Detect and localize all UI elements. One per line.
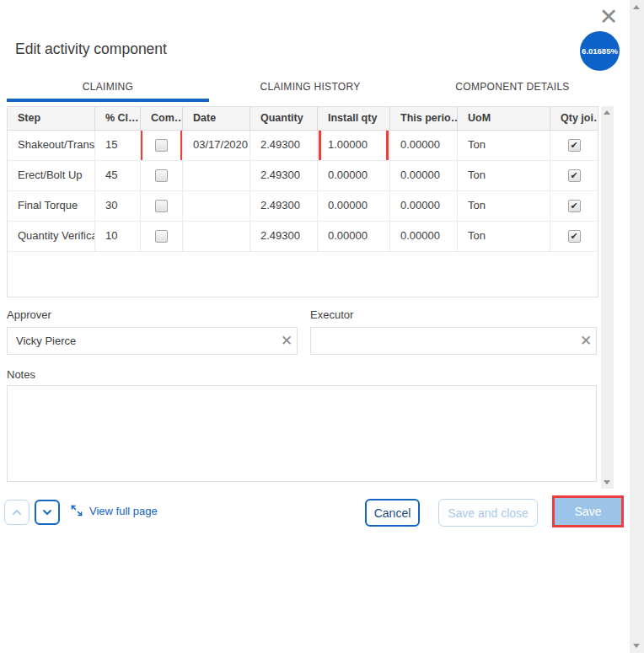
view-full-page-label: View full page [89,505,158,517]
page-scroll-up-arrow-icon[interactable] [633,5,640,9]
cell-quantity: 2.49300 [250,222,318,251]
page-scrollbar[interactable] [630,0,644,653]
tab-component-details-label: COMPONENT DETAILS [455,81,569,93]
tab-claiming[interactable]: CLAIMING [7,74,209,102]
column-header-1: % Cl… [95,107,141,130]
cell-completed-checkbox [141,191,183,221]
column-header-3: Date [183,107,250,130]
completed-checkbox[interactable] [155,139,168,152]
cell-step: Erect/Bolt Up [8,161,95,190]
cell-completed-checkbox [141,222,183,251]
cell-install-qty[interactable]: 0.00000 [318,191,390,221]
table-header-row: Step% Cl…Com…DateQuantityInstall qtyThis… [8,107,598,131]
claiming-table-body: Shakeout/Trans1503/17/20202.493001.00000… [8,131,598,252]
notes-textarea[interactable] [8,386,596,481]
tab-component-details[interactable]: COMPONENT DETAILS [411,74,614,102]
highlight-box-install-qty [319,131,389,160]
approver-label: Approver [7,308,51,321]
cell-this-period[interactable]: 0.00000 [390,191,458,221]
close-icon[interactable]: ✕ [595,3,622,30]
completed-checkbox[interactable] [155,200,168,212]
clear-approver-icon[interactable]: ✕ [276,332,297,350]
table-row: Shakeout/Trans1503/17/20202.493001.00000… [8,131,598,161]
executor-input[interactable] [311,334,576,348]
save-button-highlight-box: Save [552,495,624,527]
cell-qty-joint-checkbox: ✔ [550,222,598,251]
table-row: Quantity Verifica102.493000.000000.00000… [8,222,598,252]
table-row: Final Torque302.493000.000000.00000Ton✔ [8,191,598,222]
chevron-up-icon [11,506,23,518]
previous-item-button[interactable] [4,500,30,525]
scroll-down-arrow-icon[interactable] [604,480,610,484]
chevron-down-icon [41,506,53,518]
executor-field: ✕ [310,327,597,355]
cell-install-qty[interactable]: 0.00000 [318,222,390,251]
notes-field [7,385,597,482]
cell-this-period[interactable]: 0.00000 [390,161,458,190]
cell-this-period[interactable]: 0.00000 [390,131,458,160]
cell-date[interactable]: 03/17/2020 [183,131,250,160]
claiming-table: Step% Cl…Com…DateQuantityInstall qtyThis… [7,106,598,297]
completed-checkbox[interactable] [155,230,168,243]
dialog-scrollbar[interactable] [601,106,614,489]
approver-input[interactable] [8,334,276,348]
tab-claiming-history-label: CLAIMING HISTORY [260,81,360,93]
cancel-button[interactable]: Cancel [365,499,420,527]
cell-qty-joint-checkbox: ✔ [550,191,598,221]
cell-quantity: 2.49300 [250,161,318,190]
cell-completed-checkbox [141,131,183,160]
expand-icon [70,504,83,517]
clear-executor-icon[interactable]: ✕ [576,332,596,350]
cell-install-qty[interactable]: 0.00000 [318,161,390,190]
approver-field: ✕ [7,327,298,355]
column-header-6: This perio… [390,107,458,130]
page-scroll-down-arrow-icon[interactable] [633,644,640,648]
cell-quantity: 2.49300 [250,131,318,160]
scroll-up-arrow-icon[interactable] [604,110,610,115]
table-row: Erect/Bolt Up452.493000.000000.00000Ton✔ [8,161,598,191]
cell-install-qty[interactable]: 1.00000 [318,131,390,160]
cell-quantity: 2.49300 [250,191,318,221]
save-button[interactable]: Save [555,498,621,525]
next-item-button[interactable] [35,500,60,525]
column-header-8: Qty joi… [550,107,598,130]
cell-step: Quantity Verifica [8,222,95,251]
cell-uom: Ton [458,191,550,221]
qty-joint-checkbox[interactable]: ✔ [568,169,581,182]
notes-label: Notes [7,368,35,381]
cell-percent-claiming: 15 [95,131,141,160]
cell-uom: Ton [458,131,550,160]
column-header-2: Com… [141,107,183,130]
column-header-4: Quantity [250,107,318,130]
tab-bar: CLAIMING CLAIMING HISTORY COMPONENT DETA… [7,74,614,102]
dialog-title: Edit activity component [15,40,167,58]
tab-claiming-history[interactable]: CLAIMING HISTORY [209,74,411,102]
cell-step: Final Torque [8,191,95,221]
qty-joint-checkbox[interactable]: ✔ [568,139,581,152]
cell-this-period[interactable]: 0.00000 [390,222,458,251]
cell-percent-claiming: 45 [95,161,141,190]
column-header-7: UoM [458,107,550,130]
progress-badge-value: 6.01685% [582,46,618,56]
active-tab-indicator [7,99,209,102]
view-full-page-link[interactable]: View full page [70,504,158,517]
completed-checkbox[interactable] [155,169,168,182]
cell-uom: Ton [458,222,550,251]
tab-claiming-label: CLAIMING [83,81,133,93]
cell-date[interactable] [183,191,250,221]
cell-date[interactable] [183,222,250,251]
cell-completed-checkbox [141,161,183,190]
column-header-5: Install qty [318,107,390,130]
save-and-close-button[interactable]: Save and close [438,499,538,527]
executor-label: Executor [310,308,353,321]
cell-date[interactable] [183,161,250,190]
cell-uom: Ton [458,161,550,190]
cell-percent-claiming: 30 [95,191,141,221]
qty-joint-checkbox[interactable]: ✔ [568,200,581,212]
column-header-0: Step [8,107,95,130]
cell-qty-joint-checkbox: ✔ [550,131,598,160]
cell-percent-claiming: 10 [95,222,141,251]
progress-badge: 6.01685% [580,31,620,71]
qty-joint-checkbox[interactable]: ✔ [568,230,581,243]
cell-qty-joint-checkbox: ✔ [550,161,598,190]
